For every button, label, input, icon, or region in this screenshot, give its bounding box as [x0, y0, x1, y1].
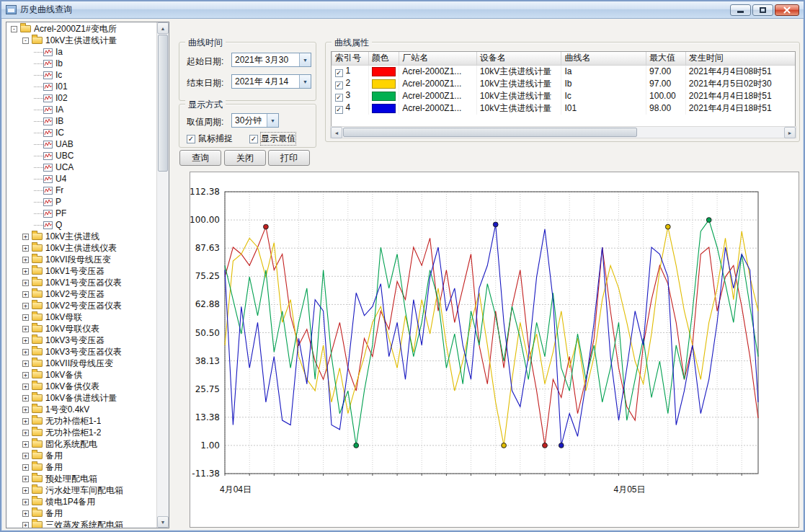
- tree-item-folder[interactable]: +10kV主供进线仪表: [6, 242, 156, 254]
- tree-item-folder[interactable]: +固化系统配电: [6, 438, 156, 450]
- tree-item-curve[interactable]: Fr: [6, 185, 156, 196]
- curve-table-scrollbar-thumb[interactable]: [343, 128, 637, 137]
- tree-expander-icon[interactable]: +: [22, 303, 29, 309]
- table-column-header[interactable]: 颜色: [368, 52, 399, 65]
- curve-table-row[interactable]: ✓3Acrel-2000Z1...10kV主供进线计量Ic100.002021年…: [332, 90, 796, 102]
- tree-item-folder[interactable]: +10kV3号变压器: [6, 334, 156, 346]
- curve-table-row[interactable]: ✓1Acrel-2000Z1...10kV主供进线计量Ia97.002021年4…: [332, 65, 796, 78]
- tree-item-curve[interactable]: I02: [6, 92, 156, 104]
- tree-item-folder[interactable]: +10kV母联: [6, 311, 156, 323]
- tree-item-curve[interactable]: UAB: [6, 138, 156, 150]
- tree-expander-icon[interactable]: +: [22, 441, 29, 448]
- tree-item-curve[interactable]: U4: [6, 173, 156, 185]
- close-button[interactable]: [775, 4, 799, 16]
- minimize-button[interactable]: [730, 4, 751, 16]
- history-curve-chart[interactable]: 112.38100.0087.6375.2562.8850.5038.1325.…: [190, 172, 799, 527]
- tree-item-folder[interactable]: +10kV母联仪表: [6, 323, 156, 334]
- scroll-left-button[interactable]: ◄: [331, 127, 342, 138]
- show-extremes-checkbox[interactable]: ✓ 显示最值: [249, 133, 295, 145]
- period-dropdown-icon[interactable]: ▼: [267, 114, 278, 127]
- table-column-header[interactable]: 设备名: [476, 52, 561, 65]
- tree-item-folder[interactable]: +备用: [6, 450, 156, 461]
- start-date-dropdown-icon[interactable]: ▼: [299, 53, 311, 66]
- tree-expander-icon[interactable]: +: [22, 464, 29, 471]
- tree-item-folder[interactable]: +10kVI段母线压变: [6, 254, 156, 265]
- end-date-combo[interactable]: 2021年 4月14 ▼: [231, 74, 311, 89]
- tree-expander-icon[interactable]: +: [22, 314, 29, 321]
- tree-expander-icon[interactable]: +: [22, 384, 29, 390]
- end-date-dropdown-icon[interactable]: ▼: [299, 75, 311, 88]
- close-dialog-button[interactable]: 关闭: [224, 150, 266, 166]
- tree-item-curve[interactable]: Ia: [6, 46, 156, 58]
- tree-expander-icon[interactable]: +: [22, 360, 29, 367]
- tree-item-curve[interactable]: IB: [6, 115, 156, 127]
- table-column-header[interactable]: 发生时间: [685, 52, 795, 65]
- tree-item-folder[interactable]: +备用: [6, 461, 156, 473]
- tree-item-folder[interactable]: +备用: [6, 507, 156, 519]
- table-column-header[interactable]: 最大值: [646, 52, 686, 65]
- tree-item-curve[interactable]: Q: [6, 219, 156, 231]
- tree-item-curve[interactable]: P: [6, 196, 156, 208]
- tree-item-folder[interactable]: +10kV1号变压器仪表: [6, 277, 156, 288]
- tree-scrollbar-thumb[interactable]: [158, 35, 168, 172]
- tree-item-curve[interactable]: Ic: [6, 69, 156, 81]
- tree-item-folder[interactable]: +10kV备供进线计量: [6, 392, 156, 404]
- tree-expander-icon[interactable]: +: [22, 476, 29, 482]
- tree-item-folder[interactable]: +无功补偿柜1-2: [6, 427, 156, 438]
- tree-expander-icon[interactable]: +: [22, 522, 29, 528]
- tree-item-curve[interactable]: IA: [6, 104, 156, 115]
- row-checkbox[interactable]: ✓: [335, 69, 343, 77]
- tree-expander-icon[interactable]: +: [22, 453, 29, 459]
- row-checkbox[interactable]: ✓: [335, 94, 343, 102]
- tree-item-folder[interactable]: +10kVII段母线压变: [6, 358, 156, 369]
- tree-item-station[interactable]: -Acrel-2000Z1#变电所: [6, 23, 156, 35]
- tree-item-curve[interactable]: PF: [6, 208, 156, 219]
- tree-expander-icon[interactable]: +: [22, 407, 29, 413]
- tree-expander-icon[interactable]: +: [22, 245, 29, 252]
- tree-expander-icon[interactable]: +: [22, 268, 29, 275]
- tree-item-folder[interactable]: +馈电1P4备用: [6, 496, 156, 507]
- tree-item-folder[interactable]: +10kV备供: [6, 369, 156, 381]
- tree-expander-icon[interactable]: +: [22, 291, 29, 298]
- tree-expander-icon[interactable]: +: [22, 395, 29, 402]
- tree-expander-icon[interactable]: -: [22, 37, 29, 44]
- tree-item-curve[interactable]: UBC: [6, 150, 156, 161]
- tree-expander-icon[interactable]: +: [22, 326, 29, 332]
- table-column-header[interactable]: 曲线名: [561, 52, 646, 65]
- tree-item-folder[interactable]: +10kV主供进线: [6, 231, 156, 242]
- table-column-header[interactable]: 索引号: [332, 52, 369, 65]
- curve-table-row[interactable]: ✓2Acrel-2000Z1...10kV主供进线计量Ib97.002021年4…: [332, 78, 796, 90]
- tree-item-folder[interactable]: +1号变0.4kV: [6, 404, 156, 415]
- tree-item-curve[interactable]: Ib: [6, 58, 156, 69]
- tree-expander-icon[interactable]: +: [22, 257, 29, 263]
- tree-item-folder[interactable]: +三效蒸发系统配电箱: [6, 519, 156, 528]
- tree-item-folder[interactable]: +10kV备供仪表: [6, 381, 156, 392]
- tree-expander-icon[interactable]: +: [22, 499, 29, 505]
- tree-item-folder[interactable]: +10kV1号变压器: [6, 265, 156, 277]
- tree-item-folder[interactable]: +10kV2号变压器仪表: [6, 300, 156, 311]
- curve-table-row[interactable]: ✓4Acrel-2000Z1...10kV主供进线计量I0198.002021年…: [332, 102, 796, 115]
- tree-expander-icon[interactable]: +: [22, 372, 29, 378]
- tree-expander-icon[interactable]: +: [22, 487, 29, 494]
- query-button[interactable]: 查询: [179, 150, 221, 166]
- tree-expander-icon[interactable]: +: [22, 280, 29, 286]
- row-checkbox[interactable]: ✓: [335, 81, 343, 89]
- curve-table-hscrollbar[interactable]: ◄ ►: [330, 126, 796, 138]
- tree-item-curve[interactable]: I01: [6, 81, 156, 92]
- tree-item-folder[interactable]: +预处理配电箱: [6, 473, 156, 484]
- period-combo[interactable]: 30分钟 ▼: [231, 113, 279, 128]
- tree-item-folder[interactable]: +10kV3号变压器仪表: [6, 346, 156, 358]
- tree-item-curve[interactable]: UCA: [6, 161, 156, 173]
- tree-expander-icon[interactable]: +: [22, 430, 29, 436]
- row-checkbox[interactable]: ✓: [335, 106, 343, 114]
- tree-expander-icon[interactable]: -: [11, 26, 17, 32]
- scroll-right-button[interactable]: ►: [784, 127, 796, 138]
- maximize-button[interactable]: [752, 4, 773, 16]
- scroll-up-button[interactable]: ▲: [157, 22, 169, 34]
- tree-expander-icon[interactable]: +: [22, 349, 29, 355]
- tree-scrollbar[interactable]: ▲ ▼: [156, 22, 169, 528]
- tree-item-folder[interactable]: +无功补偿柜1-1: [6, 415, 156, 427]
- tree-item-folder[interactable]: +污水处理车间配电箱: [6, 484, 156, 496]
- table-column-header[interactable]: 厂站名: [399, 52, 477, 65]
- mouse-capture-checkbox[interactable]: ✓ 鼠标捕捉: [187, 133, 233, 145]
